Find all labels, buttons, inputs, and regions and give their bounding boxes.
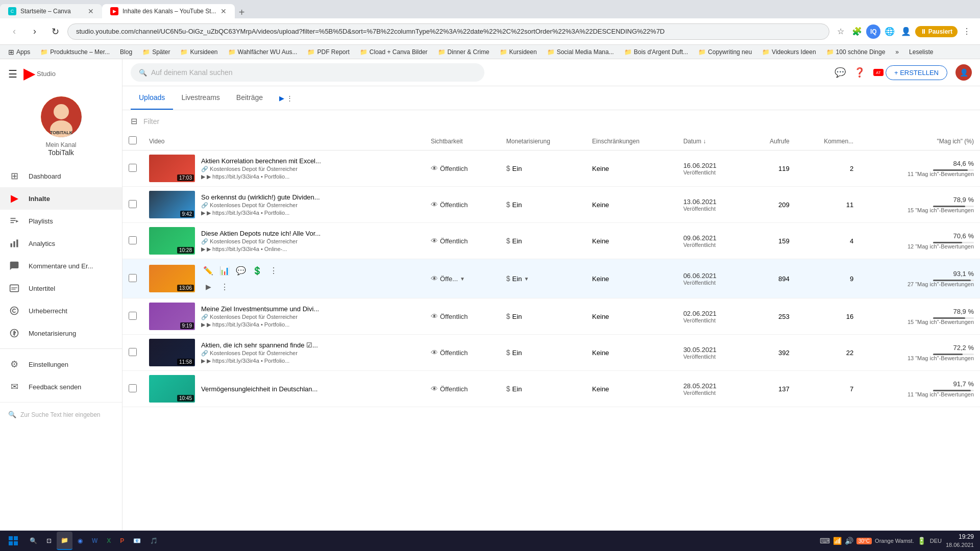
bookmark-cload[interactable]: 📁Cload + Canva Bilder [356, 47, 432, 57]
video-thumbnail[interactable]: 9:42 [149, 191, 195, 218]
more-tab-options[interactable]: ⋮ [286, 94, 293, 102]
select-all-checkbox[interactable] [129, 136, 137, 144]
visibility-dropdown[interactable]: ▼ [460, 276, 465, 282]
svg-marker-7 [16, 220, 18, 222]
row-checkbox[interactable] [129, 236, 137, 244]
tab-canva-close[interactable]: ✕ [88, 7, 94, 15]
bookmark-socialmedia[interactable]: 📁Social Media Mana... [543, 47, 618, 57]
bookmark-produktsuche[interactable]: 📁Produktsuche – Mer... [36, 47, 114, 57]
address-bar[interactable]: studio.youtube.com/channel/UC6N5u-OiGz_u… [67, 23, 829, 40]
row-checkbox[interactable] [129, 274, 137, 282]
tray-battery-icon[interactable]: 🔋 [917, 537, 926, 545]
avatar[interactable]: TOBITALK [41, 96, 82, 137]
money-icon: $ [506, 237, 510, 245]
tab-youtube-close[interactable]: ✕ [220, 7, 227, 15]
sidebar-label-playlists: Playlists [29, 217, 53, 225]
video-thumbnail[interactable]: 13:06 [149, 265, 195, 292]
channel-search[interactable]: 🔍 Auf deinem Kanal suchen [131, 63, 484, 82]
row-checkbox[interactable] [129, 200, 137, 208]
row-checkbox[interactable] [129, 348, 137, 356]
monetize-btn[interactable]: 💲 [250, 263, 264, 278]
bookmark-wahlfaecher[interactable]: 📁Wahlfächer WU Aus... [224, 47, 302, 57]
tab-uploads[interactable]: Uploads [131, 86, 173, 110]
video-thumbnail[interactable]: 9:19 [149, 303, 195, 330]
tab-livestreams[interactable]: Livestreams [173, 86, 228, 110]
video-thumbnail[interactable]: 10:28 [149, 227, 195, 255]
like-count: 12 "Mag ich"-Bewertungen [866, 243, 974, 249]
video-thumbnail[interactable]: 17:03 [149, 155, 195, 182]
bookmark-kursideen1[interactable]: 📁Kursideen [176, 47, 222, 57]
sidebar-item-playlists[interactable]: Playlists [0, 210, 122, 232]
bookmark-star-icon[interactable]: ☆ [834, 24, 848, 39]
tab-canva[interactable]: C Startseite – Canva ✕ [0, 4, 102, 18]
sidebar-item-monetarisierung[interactable]: Monetarisierung [0, 322, 122, 344]
user-avatar-top[interactable]: 👤 [955, 64, 972, 81]
bookmark-videokurs[interactable]: 📁Videokurs Ideen [758, 47, 820, 57]
more-btn[interactable]: ⋮ [266, 263, 281, 278]
taskbar-explorer[interactable]: 📁 [57, 532, 72, 550]
bookmark-leseliste[interactable]: Leseliste [905, 47, 937, 57]
header-datum[interactable]: Datum ↓ [677, 132, 747, 151]
bookmark-copywriting[interactable]: 📁Copywriting neu [694, 47, 756, 57]
tray-network-icon[interactable]: 📶 [833, 537, 842, 545]
video-thumbnail[interactable]: 10:45 [149, 375, 195, 403]
bookmark-dinner[interactable]: 📁Dinner & Crime [434, 47, 494, 57]
bookmark-pdfreport[interactable]: 📁PDF Report [303, 47, 353, 57]
edit-title-btn[interactable]: ✏️ [201, 263, 215, 278]
sidebar-item-inhalte[interactable]: ▶ Inhalte [0, 187, 122, 210]
sidebar-item-untertitel[interactable]: Untertitel [0, 277, 122, 299]
bookmark-blog[interactable]: Blog [116, 47, 136, 57]
taskbar-search[interactable]: 🔍 [26, 532, 41, 550]
profile-icon[interactable]: 👤 [899, 24, 913, 39]
tray-volume-icon[interactable]: 🔊 [845, 537, 853, 545]
sidebar-item-feedback[interactable]: ✉ Feedback senden [0, 375, 122, 398]
pause-button[interactable]: ⏸ Pausiert [915, 26, 958, 37]
play-btn[interactable]: ▶ [201, 280, 215, 294]
eye-icon: 👁 [431, 274, 438, 283]
hamburger-menu[interactable]: ☰ [8, 68, 17, 80]
tab-filter-icon[interactable]: ▶ ⋮ [275, 90, 297, 106]
sidebar-item-kommentare[interactable]: Kommentare und Er... [0, 255, 122, 277]
forward-button[interactable]: › [27, 23, 43, 40]
bookmark-bois[interactable]: 📁Bois d'Argent Duft... [620, 47, 692, 57]
taskbar-task-view[interactable]: ⊡ [42, 532, 56, 550]
taskbar-app6[interactable]: 🎵 [146, 532, 162, 550]
bookmark-spaeter[interactable]: 📁Später [138, 47, 174, 57]
start-button[interactable] [2, 532, 24, 550]
menu-dots-icon[interactable]: ⋮ [960, 24, 974, 39]
video-thumbnail[interactable]: 11:58 [149, 339, 195, 366]
tab-beitraege[interactable]: Beiträge [228, 86, 271, 110]
new-tab-button[interactable]: + [235, 7, 249, 18]
taskbar-chrome[interactable]: ◉ [74, 532, 87, 550]
row-checkbox[interactable] [129, 312, 137, 320]
sidebar-item-urheberrecht[interactable]: Urheberrecht [0, 299, 122, 322]
bookmark-bilder[interactable]: 📁100 schöne Dinge [822, 47, 890, 57]
filter-placeholder-text[interactable]: Filter [143, 117, 159, 126]
extensions-icon[interactable]: 🧩 [850, 24, 864, 39]
messages-icon[interactable]: 💬 [835, 67, 846, 78]
erstellen-button[interactable]: + ERSTELLEN [886, 65, 947, 80]
tray-keyboard-icon[interactable]: ⌨ [820, 537, 830, 545]
help-icon[interactable]: ❓ [854, 67, 865, 78]
bookmark-apps[interactable]: ⊞Apps [4, 47, 34, 57]
sidebar-item-dashboard[interactable]: ⊞ Dashboard [0, 165, 122, 187]
comments-btn[interactable]: 💬 [234, 263, 248, 278]
row-checkbox[interactable] [129, 164, 137, 172]
bookmark-more[interactable]: » [891, 47, 903, 57]
taskbar-excel[interactable]: X [103, 532, 115, 550]
sidebar-item-einstellungen[interactable]: ⚙ Einstellungen [0, 353, 122, 375]
analytics-btn[interactable]: 📊 [217, 263, 232, 278]
sidebar-item-analytics[interactable]: Analytics [0, 232, 122, 255]
mon-dropdown[interactable]: ▼ [524, 276, 529, 282]
tab-youtube[interactable]: ▶ Inhalte des Kanals – YouTube St... ✕ [102, 4, 235, 18]
taskbar-powerpoint[interactable]: P [116, 532, 128, 550]
back-button[interactable]: ‹ [6, 23, 22, 40]
bookmark-kursideen2[interactable]: 📁Kursideen [496, 47, 541, 57]
row-checkbox[interactable] [129, 384, 137, 392]
taskbar-app5[interactable]: 📧 [129, 532, 145, 550]
taskbar-word[interactable]: W [88, 532, 102, 550]
row-more-btn2[interactable]: ⋮ [217, 280, 232, 294]
iq-icon[interactable]: IQ [866, 24, 880, 39]
translate-icon[interactable]: 🌐 [883, 24, 897, 39]
reload-button[interactable]: ↻ [47, 23, 63, 40]
